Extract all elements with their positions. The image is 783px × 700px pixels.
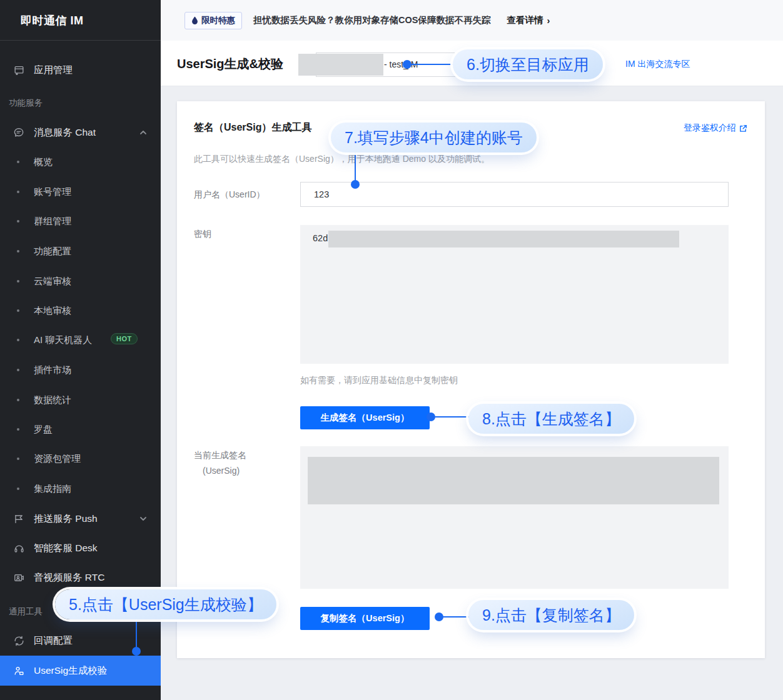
bullet-dot xyxy=(17,191,19,193)
bullet-dot xyxy=(17,458,19,460)
userid-label: 用户名（UserID） xyxy=(194,189,265,201)
view-details-link[interactable]: 查看详情 › xyxy=(507,14,550,26)
bullet-dot xyxy=(17,220,19,222)
sidebar-item-push[interactable]: 推送服务 Push xyxy=(0,504,161,534)
chat-icon xyxy=(13,126,25,139)
rtc-video-icon xyxy=(13,571,25,584)
usersig-console-page: 即时通信 IM 应用管理 功能服务 消息服务 Chat 概览 账号管理 群组管理… xyxy=(0,0,783,700)
current-sig-label: 当前生成签名 (UserSig) xyxy=(194,448,246,479)
chevron-up-icon[interactable] xyxy=(139,130,147,135)
app-icon xyxy=(13,64,25,76)
card-title: 签名（UserSig）生成工具 xyxy=(194,121,311,134)
sidebar-item-data-statistics[interactable]: 数据统计 xyxy=(0,385,161,415)
callback-icon xyxy=(13,634,25,647)
key-note: 如有需要，请到应用基础信息中复制密钥 xyxy=(300,375,458,386)
usersig-generator-card: 签名（UserSig）生成工具 登录鉴权介绍 此工具可以快速生成签名（UserS… xyxy=(177,101,765,658)
bullet-dot xyxy=(17,428,19,431)
sidebar-item-rtc[interactable]: 音视频服务 RTC xyxy=(0,562,161,592)
page-title: UserSig生成&校验 xyxy=(177,56,283,72)
sidebar-item-label: 群组管理 xyxy=(34,216,71,228)
external-link-icon xyxy=(739,124,747,132)
callout-7-connector xyxy=(355,151,356,181)
sidebar-item-cloud-moderation[interactable]: 云端审核 xyxy=(0,266,161,296)
auth-intro-link[interactable]: 登录鉴权介绍 xyxy=(684,122,747,134)
userid-value: 123 xyxy=(314,189,329,199)
callout-7-dot xyxy=(351,180,360,189)
hot-badge: HOT xyxy=(111,333,138,344)
redaction-mask xyxy=(308,457,719,504)
sidebar-item-label: 智能客服 Desk xyxy=(34,542,98,555)
callout-step-5: 5.点击【UserSig生成校验】 xyxy=(55,589,276,619)
promo-badge-label: 限时特惠 xyxy=(201,15,235,26)
sidebar-item-feature-config[interactable]: 功能配置 xyxy=(0,236,161,266)
sidebar-section-feature-services: 功能服务 xyxy=(9,98,43,109)
sidebar-item-app-management[interactable]: 应用管理 xyxy=(0,55,161,85)
redaction-mask xyxy=(328,231,679,248)
sidebar-item-label: 云端审核 xyxy=(34,276,71,288)
bullet-dot xyxy=(17,369,19,371)
sidebar-item-account-management[interactable]: 账号管理 xyxy=(0,177,161,207)
sidebar-item-label: UserSig生成校验 xyxy=(34,664,107,678)
sidebar-item-label: 应用管理 xyxy=(34,64,73,77)
bullet-dot xyxy=(17,399,19,401)
callout-step-7: 7.填写步骤4中创建的账号 xyxy=(331,122,537,152)
bullet-dot xyxy=(17,339,19,341)
sidebar-item-chat[interactable]: 消息服务 Chat xyxy=(0,118,161,148)
callout-step-6: 6.切换至目标应用 xyxy=(453,49,603,79)
generated-sig-box xyxy=(300,446,729,589)
sidebar-item-label: 功能配置 xyxy=(34,246,71,258)
bullet-dot xyxy=(17,250,19,252)
userid-input[interactable]: 123 xyxy=(300,182,729,207)
im-community-link[interactable]: IM 出海交流专区 xyxy=(625,59,690,70)
generate-usersig-button[interactable]: 生成签名（UserSig） xyxy=(300,406,430,429)
callout-step-9: 9.点击【复制签名】 xyxy=(468,600,634,630)
bullet-dot xyxy=(17,161,19,163)
callout-step-8: 8.点击【生成签名】 xyxy=(468,404,634,434)
sidebar-item-local-moderation[interactable]: 本地审核 xyxy=(0,296,161,326)
sidebar-item-label: 插件市场 xyxy=(34,364,71,376)
callout-8-dot xyxy=(427,412,435,421)
promo-message: 担忧数据丢失风险？教你用对象存储COS保障数据不再失踪 xyxy=(253,14,490,26)
sidebar-item-label: 罗盘 xyxy=(34,424,53,436)
chevron-down-icon[interactable] xyxy=(139,516,147,521)
headset-icon xyxy=(13,542,25,554)
callout-8-connector xyxy=(432,416,470,418)
sidebar-item-label: 账号管理 xyxy=(34,186,71,198)
callout-9-connector xyxy=(440,616,470,618)
chevron-right-icon: › xyxy=(547,16,550,26)
key-label: 密钥 xyxy=(194,229,211,240)
current-sig-label-line2: (UserSig) xyxy=(194,463,246,479)
current-sig-label-line1: 当前生成签名 xyxy=(194,448,246,463)
callout-9-dot xyxy=(435,612,443,621)
callout-6-connector xyxy=(407,64,453,65)
callout-6-dot xyxy=(403,60,412,69)
sidebar-item-label: 概览 xyxy=(34,156,53,168)
sidebar-item-group-management[interactable]: 群组管理 xyxy=(0,206,161,236)
secret-key-box: 62d xyxy=(300,225,729,364)
bullet-dot xyxy=(17,280,19,282)
sidebar-header: 即时通信 IM xyxy=(0,0,161,41)
sidebar-item-resource-packages[interactable]: 资源包管理 xyxy=(0,444,161,474)
auth-intro-label: 登录鉴权介绍 xyxy=(684,122,736,134)
sidebar-item-integration-guide[interactable]: 集成指南 xyxy=(0,474,161,504)
sidebar-item-desk[interactable]: 智能客服 Desk xyxy=(0,533,161,563)
product-title: 即时通信 IM xyxy=(21,13,84,28)
sidebar-item-label: 消息服务 Chat xyxy=(34,126,96,139)
sidebar-item-label: 资源包管理 xyxy=(34,453,81,465)
sidebar-item-compass[interactable]: 罗盘 xyxy=(0,414,161,444)
usersig-user-icon xyxy=(13,664,25,677)
callout-5-connector xyxy=(136,619,137,648)
copy-usersig-button[interactable]: 复制签名（UserSig） xyxy=(300,607,430,630)
push-icon xyxy=(13,512,25,525)
droplet-icon xyxy=(191,16,198,24)
sidebar-item-overview[interactable]: 概览 xyxy=(0,147,161,177)
sidebar-item-label: 音视频服务 RTC xyxy=(34,571,104,584)
redaction-mask xyxy=(298,54,383,76)
promo-badge: 限时特惠 xyxy=(184,12,242,29)
sidebar-item-usersig[interactable]: UserSig生成校验 xyxy=(0,656,161,686)
key-visible-prefix: 62d xyxy=(313,233,328,243)
sidebar-item-ai-chatbot[interactable]: AI 聊天机器人 HOT xyxy=(0,325,161,355)
sidebar-item-label: 推送服务 Push xyxy=(34,512,98,526)
sidebar-item-plugin-market[interactable]: 插件市场 xyxy=(0,355,161,385)
sidebar-item-label: 数据统计 xyxy=(34,394,71,406)
